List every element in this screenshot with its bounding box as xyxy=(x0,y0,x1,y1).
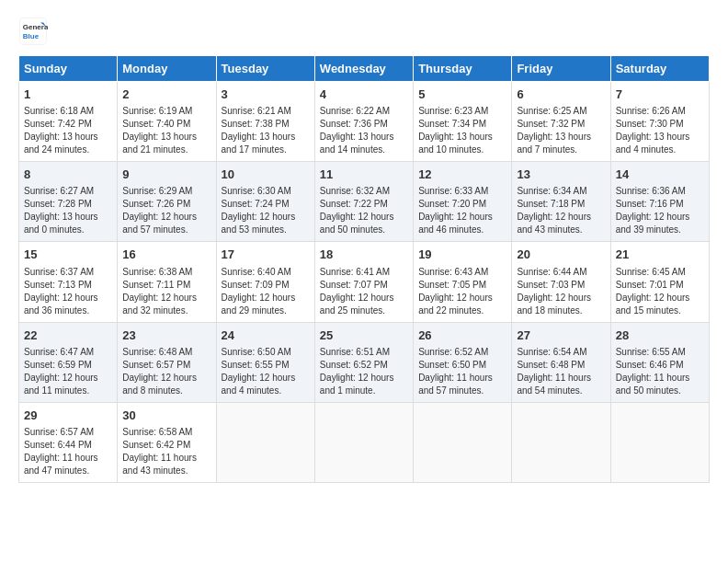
day-number: 2 xyxy=(122,86,210,103)
day-cell: 14 Sunrise: 6:36 AM Sunset: 7:16 PM Dayl… xyxy=(610,162,709,242)
sunrise: Sunrise: 6:21 AM xyxy=(222,106,291,116)
sunrise: Sunrise: 6:48 AM xyxy=(122,347,192,357)
day-cell: 15 Sunrise: 6:37 AM Sunset: 7:13 PM Dayl… xyxy=(19,242,118,322)
sunrise: Sunrise: 6:26 AM xyxy=(616,106,686,116)
sunrise: Sunrise: 6:34 AM xyxy=(517,186,586,196)
day-cell: 24 Sunrise: 6:50 AM Sunset: 6:55 PM Dayl… xyxy=(216,322,314,402)
daylight-label: Daylight: 13 hours and 0 minutes. xyxy=(24,212,98,235)
sunset: Sunset: 6:44 PM xyxy=(24,440,92,450)
sunset: Sunset: 6:57 PM xyxy=(122,360,190,370)
sunrise: Sunrise: 6:25 AM xyxy=(517,106,586,116)
sunset: Sunset: 7:28 PM xyxy=(24,199,92,209)
day-cell: 30 Sunrise: 6:58 AM Sunset: 6:42 PM Dayl… xyxy=(118,402,216,482)
sunrise: Sunrise: 6:57 AM xyxy=(24,427,94,437)
sunset: Sunset: 6:50 PM xyxy=(418,360,486,370)
sunset: Sunset: 7:26 PM xyxy=(122,199,190,209)
day-cell: 28 Sunrise: 6:55 AM Sunset: 6:46 PM Dayl… xyxy=(610,322,709,402)
day-cell: 21 Sunrise: 6:45 AM Sunset: 7:01 PM Dayl… xyxy=(610,242,709,322)
daylight-label: Daylight: 13 hours and 21 minutes. xyxy=(122,132,197,155)
day-cell: 7 Sunrise: 6:26 AM Sunset: 7:30 PM Dayli… xyxy=(610,82,709,162)
daylight-label: Daylight: 13 hours and 10 minutes. xyxy=(418,132,493,155)
sunrise: Sunrise: 6:19 AM xyxy=(122,106,192,116)
daylight-label: Daylight: 11 hours and 54 minutes. xyxy=(517,373,591,396)
week-row-1: 1 Sunrise: 6:18 AM Sunset: 7:42 PM Dayli… xyxy=(19,82,710,162)
daylight-label: Daylight: 12 hours and 1 minute. xyxy=(320,373,394,396)
sunset: Sunset: 7:22 PM xyxy=(320,199,388,209)
sunrise: Sunrise: 6:54 AM xyxy=(517,347,586,357)
header-cell-friday: Friday xyxy=(512,56,610,82)
daylight-label: Daylight: 11 hours and 47 minutes. xyxy=(24,453,98,476)
day-cell: 16 Sunrise: 6:38 AM Sunset: 7:11 PM Dayl… xyxy=(118,242,216,322)
sunrise: Sunrise: 6:55 AM xyxy=(616,347,686,357)
day-number: 28 xyxy=(616,327,704,344)
day-cell: 23 Sunrise: 6:48 AM Sunset: 6:57 PM Dayl… xyxy=(118,322,216,402)
daylight-label: Daylight: 11 hours and 43 minutes. xyxy=(122,453,197,476)
day-cell: 22 Sunrise: 6:47 AM Sunset: 6:59 PM Dayl… xyxy=(19,322,118,402)
day-cell: 1 Sunrise: 6:18 AM Sunset: 7:42 PM Dayli… xyxy=(19,82,118,162)
day-cell: 29 Sunrise: 6:57 AM Sunset: 6:44 PM Dayl… xyxy=(19,402,118,482)
logo-icon: General Blue xyxy=(18,17,48,46)
sunset: Sunset: 7:09 PM xyxy=(222,280,290,290)
daylight-label: Daylight: 13 hours and 24 minutes. xyxy=(24,132,98,155)
header-cell-wednesday: Wednesday xyxy=(314,56,413,82)
sunset: Sunset: 6:59 PM xyxy=(24,360,92,370)
sunrise: Sunrise: 6:58 AM xyxy=(122,427,192,437)
sunrise: Sunrise: 6:38 AM xyxy=(122,267,192,277)
day-number: 12 xyxy=(418,167,506,183)
day-number: 1 xyxy=(24,86,112,103)
sunset: Sunset: 7:01 PM xyxy=(616,280,684,290)
day-cell: 10 Sunrise: 6:30 AM Sunset: 7:24 PM Dayl… xyxy=(216,162,314,242)
day-number: 6 xyxy=(517,86,605,103)
header-cell-sunday: Sunday xyxy=(19,56,118,82)
sunrise: Sunrise: 6:18 AM xyxy=(24,106,94,116)
day-cell: 18 Sunrise: 6:41 AM Sunset: 7:07 PM Dayl… xyxy=(314,242,413,322)
day-cell xyxy=(216,402,314,482)
sunset: Sunset: 6:55 PM xyxy=(222,360,290,370)
sunrise: Sunrise: 6:44 AM xyxy=(517,267,586,277)
day-cell: 13 Sunrise: 6:34 AM Sunset: 7:18 PM Dayl… xyxy=(512,162,610,242)
sunset: Sunset: 7:36 PM xyxy=(320,119,388,129)
sunset: Sunset: 7:24 PM xyxy=(222,199,290,209)
sunrise: Sunrise: 6:47 AM xyxy=(24,347,94,357)
day-number: 9 xyxy=(122,167,210,183)
sunrise: Sunrise: 6:27 AM xyxy=(24,186,94,196)
day-cell: 2 Sunrise: 6:19 AM Sunset: 7:40 PM Dayli… xyxy=(118,82,216,162)
day-number: 29 xyxy=(24,408,112,424)
day-cell: 5 Sunrise: 6:23 AM Sunset: 7:34 PM Dayli… xyxy=(414,82,512,162)
day-number: 10 xyxy=(222,167,310,183)
sunrise: Sunrise: 6:41 AM xyxy=(320,267,390,277)
header-cell-saturday: Saturday xyxy=(610,56,709,82)
day-number: 17 xyxy=(222,247,310,263)
daylight-label: Daylight: 13 hours and 7 minutes. xyxy=(517,132,591,155)
sunrise: Sunrise: 6:29 AM xyxy=(122,186,192,196)
day-number: 13 xyxy=(517,167,605,183)
day-number: 11 xyxy=(320,167,408,183)
daylight-label: Daylight: 13 hours and 14 minutes. xyxy=(320,132,394,155)
day-cell: 17 Sunrise: 6:40 AM Sunset: 7:09 PM Dayl… xyxy=(216,242,314,322)
logo: General Blue xyxy=(18,17,51,46)
daylight-label: Daylight: 12 hours and 39 minutes. xyxy=(616,212,690,235)
day-number: 25 xyxy=(320,327,408,344)
day-cell: 27 Sunrise: 6:54 AM Sunset: 6:48 PM Dayl… xyxy=(512,322,610,402)
day-number: 4 xyxy=(320,86,408,103)
sunset: Sunset: 7:30 PM xyxy=(616,119,684,129)
day-cell: 25 Sunrise: 6:51 AM Sunset: 6:52 PM Dayl… xyxy=(314,322,413,402)
day-number: 21 xyxy=(616,247,704,263)
daylight-label: Daylight: 12 hours and 15 minutes. xyxy=(616,293,690,316)
daylight-label: Daylight: 12 hours and 18 minutes. xyxy=(517,293,591,316)
sunset: Sunset: 7:32 PM xyxy=(517,119,585,129)
day-cell xyxy=(414,402,512,482)
day-number: 30 xyxy=(122,408,210,424)
day-cell xyxy=(314,402,413,482)
day-number: 16 xyxy=(122,247,210,263)
svg-text:Blue: Blue xyxy=(23,32,40,40)
daylight-label: Daylight: 12 hours and 43 minutes. xyxy=(517,212,591,235)
sunset: Sunset: 7:34 PM xyxy=(418,119,486,129)
sunrise: Sunrise: 6:37 AM xyxy=(24,267,94,277)
sunset: Sunset: 7:11 PM xyxy=(122,280,190,290)
sunset: Sunset: 6:42 PM xyxy=(122,440,190,450)
daylight-label: Daylight: 12 hours and 25 minutes. xyxy=(320,293,394,316)
daylight-label: Daylight: 12 hours and 11 minutes. xyxy=(24,373,98,396)
day-cell: 6 Sunrise: 6:25 AM Sunset: 7:32 PM Dayli… xyxy=(512,82,610,162)
week-row-2: 8 Sunrise: 6:27 AM Sunset: 7:28 PM Dayli… xyxy=(19,162,710,242)
